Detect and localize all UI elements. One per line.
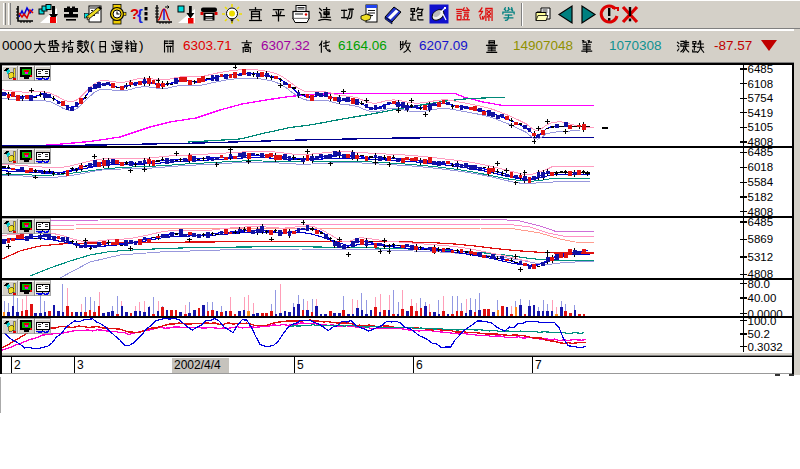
svg-text:0.3032: 0.3032 <box>748 341 783 353</box>
svg-text:5419: 5419 <box>748 107 774 119</box>
svg-text:6485: 6485 <box>748 146 774 158</box>
svg-text:50.2: 50.2 <box>748 328 770 340</box>
svg-text:5312: 5312 <box>748 251 774 263</box>
svg-text:5869: 5869 <box>748 233 774 245</box>
svg-text:6485: 6485 <box>748 63 774 75</box>
svg-text:6018: 6018 <box>748 161 774 173</box>
svg-text:6485: 6485 <box>748 216 774 228</box>
svg-text:80.0: 80.0 <box>748 278 770 290</box>
svg-text:5182: 5182 <box>748 191 774 203</box>
svg-text:5105: 5105 <box>748 121 774 133</box>
svg-text:5584: 5584 <box>748 176 774 188</box>
svg-text:{: { <box>137 6 143 23</box>
svg-text:100.0: 100.0 <box>748 315 777 327</box>
svg-text:40.00: 40.00 <box>748 292 777 304</box>
svg-text:6108: 6108 <box>748 78 774 90</box>
svg-text:5754: 5754 <box>748 92 774 104</box>
